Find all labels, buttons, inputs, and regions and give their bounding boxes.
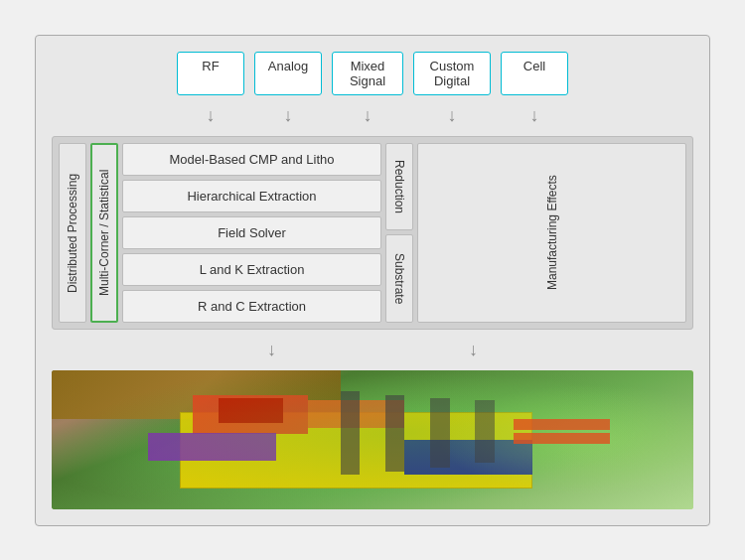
r-c-extraction-box: R and C Extraction (122, 290, 381, 323)
multi-corner-label: Multi-Corner / Statistical (90, 143, 118, 323)
substrate-label: Substrate (385, 234, 413, 323)
bottom-arrow-right: ↓ (440, 340, 508, 360)
right-column: Reduction Substrate (385, 143, 413, 323)
field-solver-box: Field Solver (122, 216, 381, 249)
manufacturing-effects-label: Manufacturing Effects (417, 143, 686, 323)
arrow-cell: ↓ (501, 105, 568, 126)
l-k-extraction-box: L and K Extraction (122, 253, 381, 286)
design-type-rf: RF (177, 52, 244, 95)
design-type-row: RF Analog MixedSignal CustomDigital Cell (52, 52, 693, 95)
distributed-processing-label: Distributed Processing (59, 143, 86, 323)
model-based-cmp-box: Model-Based CMP and Litho (122, 143, 381, 176)
arrow-custom: ↓ (413, 105, 491, 126)
design-type-custom-digital: CustomDigital (413, 52, 491, 95)
hierarchical-extraction-box: Hierarchical Extraction (122, 180, 381, 212)
arrow-mixed: ↓ (332, 105, 403, 126)
design-type-mixed-signal: MixedSignal (332, 52, 403, 95)
reduction-label: Reduction (385, 143, 413, 231)
design-type-cell: Cell (501, 52, 568, 95)
middle-section: Distributed Processing Multi-Corner / St… (52, 136, 693, 330)
top-arrows: ↓ ↓ ↓ ↓ ↓ (52, 105, 693, 126)
bottom-arrow-left: ↓ (238, 340, 306, 360)
center-stack: Model-Based CMP and Litho Hierarchical E… (122, 143, 381, 323)
arrow-analog: ↓ (254, 105, 322, 126)
chip-layout-visualization (52, 370, 693, 509)
main-diagram: RF Analog MixedSignal CustomDigital Cell… (35, 35, 710, 526)
chip-canvas (52, 370, 693, 509)
design-type-analog: Analog (254, 52, 322, 95)
bottom-arrows: ↓ ↓ (52, 340, 693, 360)
arrow-rf: ↓ (177, 105, 244, 126)
